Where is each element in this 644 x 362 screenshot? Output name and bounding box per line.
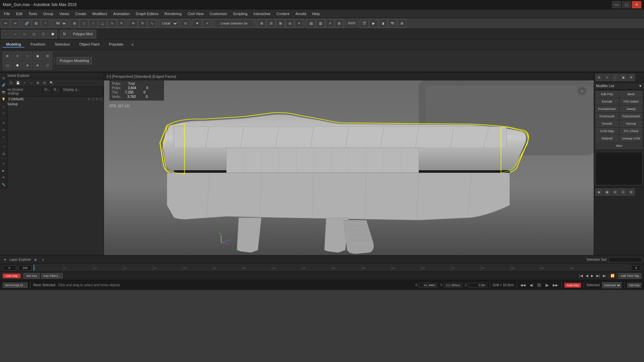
prev-frame-button[interactable]: ◀ xyxy=(585,274,589,278)
bind-to-space-warp-button[interactable]: ~ xyxy=(41,19,50,28)
ribbon-icon-7[interactable]: ⬢ xyxy=(13,61,22,70)
fence-selection-button[interactable]: △ xyxy=(98,19,107,28)
polygon-modeling-dropdown[interactable]: Polygon Modeling xyxy=(57,57,92,64)
normal-align-button[interactable]: ⊟ xyxy=(267,19,275,28)
isolate-selection-button[interactable]: ◎ xyxy=(285,19,294,28)
rp-icon-5[interactable]: ⊠ xyxy=(628,188,635,196)
current-frame-input[interactable] xyxy=(631,265,641,270)
se-btn-8[interactable]: 🔍 xyxy=(48,80,54,86)
mod-normal[interactable]: Normal xyxy=(620,120,643,127)
select-object-button[interactable]: ⊞ xyxy=(70,19,79,28)
auto-key-button[interactable]: Auto Key xyxy=(3,274,20,278)
rp-btn-4[interactable]: ▣ xyxy=(620,74,627,81)
menu-create[interactable]: Create xyxy=(72,10,89,17)
tab-freeform[interactable]: Freeform xyxy=(27,42,49,48)
element-mode-button[interactable]: ⬡ xyxy=(39,30,48,39)
mod-edit-poly[interactable]: Edit Poly xyxy=(595,91,619,98)
close-button[interactable]: ✕ xyxy=(632,1,641,8)
mod-slice[interactable]: Slice xyxy=(595,142,643,149)
se-btn-3[interactable]: 💾 xyxy=(15,80,21,86)
selected-dropdown[interactable]: Selected xyxy=(602,282,622,288)
menu-scripting[interactable]: Scripting xyxy=(230,10,250,17)
menu-tools[interactable]: Tools xyxy=(26,10,40,17)
align-button[interactable]: ⊞ xyxy=(257,19,266,28)
select-and-link-button[interactable]: 🔗 xyxy=(22,19,31,28)
object-mode-button[interactable]: ⬢ xyxy=(48,30,57,39)
schematic-view-button[interactable]: ⊞ xyxy=(335,19,343,28)
se-col-render[interactable]: R... xyxy=(52,87,61,96)
icon-shape[interactable]: △ xyxy=(1,103,7,109)
menu-graph-editors[interactable]: Graph Editors xyxy=(133,10,161,17)
mod-bend[interactable]: Bend xyxy=(620,91,643,98)
rp-icon-4[interactable]: ⊟ xyxy=(620,188,627,196)
circular-selection-button[interactable]: ○ xyxy=(89,19,98,28)
filter-dropdown[interactable]: All xyxy=(53,20,67,27)
render-setup-button[interactable]: 🎬 xyxy=(360,19,369,28)
menu-modifiers[interactable]: Modifiers xyxy=(90,10,110,17)
pivot-point-button[interactable]: ⊙ xyxy=(181,19,190,28)
rp-icon-2[interactable]: ▣ xyxy=(603,188,611,196)
sb-play-btn[interactable]: ◀◀ xyxy=(520,283,526,287)
icon-light[interactable]: 💡 xyxy=(1,96,7,102)
menu-animation[interactable]: Animation xyxy=(111,10,132,17)
timeline-track[interactable]: 051015202530354045505560657075808590 xyxy=(33,264,630,271)
menu-arnold[interactable]: Arnold xyxy=(293,10,309,17)
go-to-end-button[interactable]: ▶| xyxy=(602,274,607,278)
ribbon-button[interactable]: ▥ xyxy=(316,19,325,28)
modifier-stack-button[interactable]: Polygon Mod xyxy=(69,30,96,39)
mod-uvw-map[interactable]: UVW Map xyxy=(595,128,619,134)
select-and-place-button[interactable]: ▼ xyxy=(193,19,202,28)
icon-rotate[interactable]: ↻ xyxy=(1,127,7,133)
border-mode-button[interactable]: □ xyxy=(20,30,29,39)
curve-editor-button[interactable]: ↗ xyxy=(325,19,334,28)
maximize-button[interactable]: □ xyxy=(622,1,631,8)
ribbon-icon-4[interactable]: ▣ xyxy=(33,52,42,60)
mod-stl-check[interactable]: STL Check xyxy=(620,128,643,134)
populate-dropdown[interactable]: ▼ xyxy=(131,43,134,47)
select-and-scale-button[interactable]: ⤡ xyxy=(148,19,156,28)
sb-end-btn[interactable]: ▶▶ xyxy=(552,283,559,287)
rp-btn-1[interactable]: ⊞ xyxy=(595,74,603,81)
render-frame-button[interactable]: ▶ xyxy=(369,19,378,28)
media-button[interactable]: 📷 xyxy=(388,19,397,28)
se-item-0-default[interactable]: ▶ ≡ 0 (default) ❄ ◻ 👁 ⊙ xyxy=(0,97,104,102)
place-highlight-button[interactable]: ⊠ xyxy=(276,19,285,28)
viewport[interactable]: X Y Z [+] [Perspective] [Standard] [Edge… xyxy=(104,72,594,255)
se-btn-4[interactable]: + xyxy=(21,80,28,86)
menu-help[interactable]: Help xyxy=(310,10,323,17)
lasso-selection-button[interactable]: ∿ xyxy=(108,19,116,28)
ribbon-icon-3[interactable]: □ xyxy=(23,52,32,60)
mod-material[interactable]: Material xyxy=(595,135,619,142)
layer-icon-btn[interactable]: ⊞ xyxy=(33,257,39,263)
icon-scale[interactable]: ⤡ xyxy=(1,134,7,140)
paint-selection-button[interactable]: ✎ xyxy=(117,19,126,28)
rp-btn-5[interactable]: ▼ xyxy=(628,74,635,81)
mod-turbosmooth[interactable]: TurboSmooth xyxy=(620,113,643,120)
tab-populate[interactable]: Populate xyxy=(105,42,126,48)
tab-modeling[interactable]: Modeling xyxy=(3,42,24,48)
icon-align[interactable]: ⊞ xyxy=(1,151,7,157)
se-col-freeze[interactable]: Fr... xyxy=(43,87,52,96)
rp-icon-1[interactable]: ◉ xyxy=(595,188,603,196)
ribbon-icon-1[interactable]: ⊞ xyxy=(3,52,12,60)
se-btn-6[interactable]: ⊞ xyxy=(35,80,41,86)
edge-mode-button[interactable]: – xyxy=(11,30,19,39)
rectangular-selection-button[interactable]: □ xyxy=(79,19,88,28)
rp-icon-3[interactable]: ⊞ xyxy=(611,188,619,196)
vertex-mode-button[interactable]: · xyxy=(1,30,10,39)
icon-camera[interactable]: 📷 xyxy=(1,89,7,95)
icon-utility[interactable]: 🔧 xyxy=(1,182,7,188)
ribbon-icon-2[interactable]: ≡ xyxy=(13,52,22,60)
select-and-rotate-button[interactable]: ↻ xyxy=(138,19,147,28)
se-btn-7[interactable]: ⊟ xyxy=(42,80,48,86)
mod-extrude[interactable]: Extrude xyxy=(595,98,619,105)
create-selection-set-button[interactable]: Create Selection Se xyxy=(214,19,254,28)
menu-file[interactable]: File xyxy=(1,10,13,17)
ribbon-icon-6[interactable]: ◻ xyxy=(3,61,12,70)
icon-link[interactable]: 🔗 xyxy=(1,82,7,88)
start-frame-input[interactable] xyxy=(3,265,16,270)
mod-prosmooth[interactable]: ProSmooth xyxy=(595,113,619,120)
render-more-button[interactable]: ⊞ xyxy=(397,19,406,28)
selection-set-input[interactable] xyxy=(608,257,642,262)
icon-geometry[interactable]: ⬡ xyxy=(1,110,7,116)
